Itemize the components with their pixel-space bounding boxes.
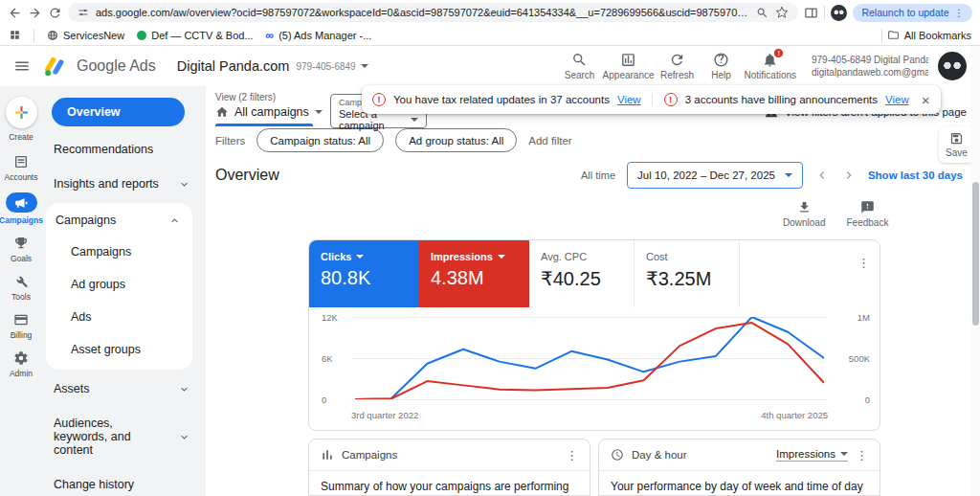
toast-close-icon[interactable]: × xyxy=(922,92,930,108)
trophy-icon xyxy=(13,236,29,251)
sidenav-item-audiences[interactable]: Audiences, keywords, and content xyxy=(42,406,206,467)
date-range-picker[interactable]: Jul 10, 2022 – Dec 27, 2025 xyxy=(627,162,803,189)
back-icon[interactable] xyxy=(8,6,22,20)
sidenav-subitem-ad-groups[interactable]: Ad groups xyxy=(46,268,192,301)
address-bar[interactable]: ads.google.com/aw/overview?ocid=98759707… xyxy=(68,3,798,22)
relaunch-to-update-button[interactable]: Relaunch to update ⋮ xyxy=(853,4,972,22)
date-range-row: All time Jul 10, 2022 – Dec 27, 2025 Sho… xyxy=(581,162,963,189)
metric-tile-cost[interactable]: Cost ₹3.25M xyxy=(635,240,740,307)
filter-chip-ad-group-status[interactable]: Ad group status: All xyxy=(395,128,517,152)
sidenav-item-assets[interactable]: Assets xyxy=(42,372,206,406)
rail-item-goals[interactable]: Goals xyxy=(11,236,32,263)
feedback-button[interactable]: Feedback xyxy=(846,200,888,228)
browser-profile-avatar[interactable] xyxy=(831,5,847,21)
scrollbar-thumb[interactable] xyxy=(972,182,979,326)
metric-tile-avg-cpc[interactable]: Avg. CPC ₹40.25 xyxy=(529,240,635,307)
bookmark-servicesnew[interactable]: ServicesNew xyxy=(47,30,124,41)
site-info-icon[interactable] xyxy=(78,7,89,18)
all-bookmarks[interactable]: All Bookmarks xyxy=(881,29,971,42)
bookmark-label: Def — CCTV & Bod... xyxy=(151,30,253,41)
billing-card-icon xyxy=(13,312,29,327)
sidenav-item-overview[interactable]: Overview xyxy=(52,98,185,126)
sidenav-subitem-campaigns[interactable]: Campaigns xyxy=(46,236,192,268)
save-button[interactable]: Save xyxy=(939,126,974,163)
chevron-down-icon xyxy=(178,178,190,191)
sidenav-item-recommendations[interactable]: Recommendations xyxy=(42,132,206,167)
chart-card-menu-icon[interactable]: ⋮ xyxy=(858,256,870,270)
sidenav-subitem-ads[interactable]: Ads xyxy=(46,301,192,333)
tools-icon xyxy=(13,274,29,289)
filter-chip-campaign-status[interactable]: Campaign status: All xyxy=(256,128,384,152)
next-period-icon[interactable] xyxy=(841,168,857,183)
side-panel-icon[interactable] xyxy=(804,6,818,20)
view-selector-label: View (2 filters) xyxy=(215,92,323,102)
tax-message: You have tax related updates in 37 accou… xyxy=(393,94,610,105)
rail-item-campaigns[interactable]: Campaigns xyxy=(0,192,43,225)
rail-item-accounts[interactable]: Accounts xyxy=(5,154,38,182)
url-text[interactable]: ads.google.com/aw/overview?ocid=98759707… xyxy=(96,7,749,18)
sidenav-subitem-asset-groups[interactable]: Asset groups xyxy=(46,333,192,366)
rail-item-admin[interactable]: Admin xyxy=(10,350,33,378)
sidenav-label: Assets xyxy=(54,382,90,395)
header-appearance-button[interactable]: Appearance xyxy=(603,52,655,80)
sidenav-item-campaigns-group[interactable]: Campaigns xyxy=(46,205,192,236)
card-menu-icon[interactable]: ⋮ xyxy=(566,448,578,462)
site-favicon-icon xyxy=(137,31,146,40)
caret-down-icon[interactable] xyxy=(356,255,364,259)
account-name[interactable]: Digital Panda.com xyxy=(177,58,290,74)
create-button[interactable] xyxy=(6,97,37,128)
rail-item-label: Create xyxy=(9,132,33,142)
sidenav-label: Campaigns xyxy=(56,214,116,227)
folder-icon xyxy=(887,29,900,41)
previous-period-icon[interactable] xyxy=(814,168,830,183)
metric-tiles: Clicks 80.8K Impressions 4.38M Avg. CPC … xyxy=(309,240,880,307)
view-selector[interactable]: View (2 filters) All campaigns xyxy=(215,92,323,126)
day-hour-metric-dropdown[interactable]: Impressions xyxy=(776,448,848,462)
billing-view-link[interactable]: View xyxy=(885,94,909,105)
gear-icon xyxy=(13,350,29,366)
all-bookmarks-label: All Bookmarks xyxy=(904,30,971,41)
account-switcher-caret-icon[interactable] xyxy=(361,64,368,68)
download-button[interactable]: Download xyxy=(783,200,825,228)
chevron-down-icon xyxy=(178,383,190,395)
add-filter-button[interactable]: Add filter xyxy=(528,135,571,147)
metric-tile-clicks[interactable]: Clicks 80.8K xyxy=(309,240,419,307)
overview-chart-card: Clicks 80.8K Impressions 4.38M Avg. CPC … xyxy=(308,239,880,431)
profile-avatar[interactable] xyxy=(938,52,967,80)
metric-tile-impressions[interactable]: Impressions 4.38M xyxy=(419,240,529,307)
rail-item-label: Billing xyxy=(11,330,33,340)
apps-grid-icon[interactable] xyxy=(9,29,21,41)
browser-menu-icon[interactable]: ⋮ xyxy=(954,7,965,18)
card-menu-icon[interactable]: ⋮ xyxy=(856,448,868,462)
notification-badge: ! xyxy=(773,48,784,58)
zoom-icon[interactable] xyxy=(756,7,768,19)
header-search-button[interactable]: Search xyxy=(559,52,601,80)
billing-notice: ! 3 accounts have billing announcements … xyxy=(652,93,909,106)
rail-item-tools[interactable]: Tools xyxy=(11,274,31,302)
header-refresh-button[interactable]: Refresh xyxy=(657,52,699,80)
header-help-button[interactable]: Help xyxy=(701,52,743,80)
header-notifications-button[interactable]: ! Notifications xyxy=(745,52,796,80)
metric-dropdown-value: Impressions xyxy=(776,448,835,460)
screen: ads.google.com/aw/overview?ocid=98759707… xyxy=(0,0,980,496)
bookmarks-divider xyxy=(33,29,34,42)
show-last-30-days-link[interactable]: Show last 30 days xyxy=(868,169,963,181)
main-menu-icon[interactable] xyxy=(13,57,31,75)
reload-icon[interactable] xyxy=(48,6,62,20)
bookmark-ads-manager[interactable]: ∞ (5) Ads Manager -... xyxy=(266,30,372,41)
bookmark-def-cctv[interactable]: Def — CCTV & Bod... xyxy=(137,30,253,41)
bookmark-star-icon[interactable] xyxy=(775,6,789,19)
toolbar-divider xyxy=(824,6,825,19)
page-scrollbar[interactable] xyxy=(971,46,980,496)
trend-chart-svg xyxy=(355,317,824,399)
sidenav-label: Campaigns xyxy=(71,245,131,259)
caret-down-icon xyxy=(315,110,323,114)
forward-icon[interactable] xyxy=(28,6,42,20)
sidenav-item-insights[interactable]: Insights and reports xyxy=(42,167,206,201)
rail-item-billing[interactable]: Billing xyxy=(11,312,33,340)
sidenav-item-change-history[interactable]: Change history xyxy=(42,467,206,496)
caret-down-icon[interactable] xyxy=(498,255,505,259)
tax-view-link[interactable]: View xyxy=(617,94,641,105)
card-description: Summary of how your campaigns are perfor… xyxy=(309,471,590,496)
search-icon xyxy=(571,52,588,68)
